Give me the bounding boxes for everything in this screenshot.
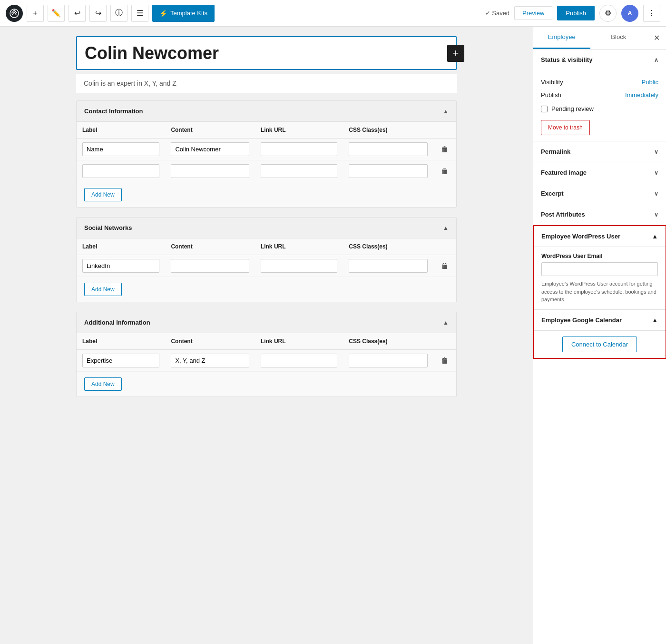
post-attributes-header[interactable]: Post Attributes ∨ xyxy=(533,204,666,225)
additional-row1-link[interactable] xyxy=(261,354,337,367)
trash-button[interactable]: Move to trash xyxy=(541,120,590,135)
employee-wp-user-description: Employee's WordPress User account for ge… xyxy=(541,280,658,304)
additional-add-new-button[interactable]: Add New xyxy=(84,377,122,391)
social-section-chevron[interactable]: ▲ xyxy=(443,225,449,231)
contact-row1-content[interactable] xyxy=(171,142,249,156)
additional-row1-delete[interactable]: 🗑 xyxy=(439,355,451,367)
employee-google-calendar-title: Employee Google Calendar xyxy=(541,317,622,324)
tab-block[interactable]: Block xyxy=(590,27,647,49)
employee-wp-user-body: WordPress User Email Employee's WordPres… xyxy=(534,247,666,309)
status-visibility-accordion: Status & visibility ∧ Visibility Public … xyxy=(533,50,666,141)
social-add-new-button[interactable]: Add New xyxy=(84,283,122,296)
contact-table-header-row: Label Content Link URL CSS Class(es) xyxy=(77,122,456,139)
permalink-header[interactable]: Permalink ∨ xyxy=(533,141,666,162)
wordpress-user-email-input[interactable] xyxy=(541,262,658,276)
avatar-button[interactable]: A xyxy=(621,5,638,22)
additional-row1-label[interactable] xyxy=(82,354,159,367)
social-row1-css[interactable] xyxy=(349,259,428,273)
pending-checkbox[interactable] xyxy=(541,106,548,112)
contact-row1-delete[interactable]: 🗑 xyxy=(439,143,451,156)
settings-button[interactable]: ⚙ xyxy=(599,5,617,22)
redo-button[interactable]: ↪ xyxy=(89,5,107,22)
post-attributes-title: Post Attributes xyxy=(541,211,585,218)
status-visibility-title: Status & visibility xyxy=(541,56,592,63)
social-col-content: Content xyxy=(165,238,255,255)
social-col-css: CSS Class(es) xyxy=(343,238,433,255)
contact-row1-label[interactable] xyxy=(82,142,159,156)
contact-row2-link[interactable] xyxy=(261,164,337,178)
social-row1-link[interactable] xyxy=(261,259,337,273)
employee-google-calendar-chevron: ▲ xyxy=(652,317,658,324)
toolbar: + ✏️ ↩ ↪ ⓘ ☰ ⚡ Template Kits ✓ Saved Pre… xyxy=(0,0,666,27)
add-block-inline-button[interactable]: + xyxy=(447,45,464,62)
social-table: Label Content Link URL CSS Class(es) xyxy=(77,238,456,277)
info-button[interactable]: ⓘ xyxy=(110,5,127,22)
post-attributes-chevron: ∨ xyxy=(654,211,658,218)
featured-image-header[interactable]: Featured image ∨ xyxy=(533,162,666,183)
tab-employee[interactable]: Employee xyxy=(533,27,590,49)
wp-logo xyxy=(6,5,23,22)
contact-row2-css[interactable] xyxy=(349,164,428,178)
contact-row2-content[interactable] xyxy=(171,164,249,178)
excerpt-header[interactable]: Excerpt ∨ xyxy=(533,183,666,204)
contact-row2-delete[interactable]: 🗑 xyxy=(439,165,451,178)
contact-row1-link[interactable] xyxy=(261,142,337,156)
employee-wp-user-header[interactable]: Employee WordPress User ▲ xyxy=(534,226,666,247)
post-subtitle[interactable]: Colin is an expert in X, Y, and Z xyxy=(84,79,449,87)
excerpt-accordion: Excerpt ∨ xyxy=(533,183,666,204)
publish-value[interactable]: Immediately xyxy=(625,91,658,99)
contact-row2-label[interactable] xyxy=(82,164,159,178)
undo-button[interactable]: ↩ xyxy=(69,5,86,22)
title-block: Colin Newcomer + xyxy=(76,36,457,70)
highlighted-employee-sections: Employee WordPress User ▲ WordPress User… xyxy=(533,225,666,359)
additional-section-chevron[interactable]: ▲ xyxy=(443,319,449,326)
visibility-row: Visibility Public xyxy=(541,76,658,89)
visibility-label: Visibility xyxy=(541,79,563,86)
publish-label: Publish xyxy=(541,91,561,99)
additional-row1-css[interactable] xyxy=(349,354,428,367)
tools-button[interactable]: ✏️ xyxy=(48,5,65,22)
contact-col-css: CSS Class(es) xyxy=(343,122,433,139)
employee-wp-user-chevron: ▲ xyxy=(652,233,658,240)
connect-to-calendar-button[interactable]: Connect to Calendar xyxy=(562,337,637,352)
more-options-button[interactable]: ⋮ xyxy=(643,5,660,22)
add-block-button[interactable]: + xyxy=(27,5,44,22)
social-table-header-row: Label Content Link URL CSS Class(es) xyxy=(77,238,456,255)
status-visibility-chevron: ∧ xyxy=(654,57,658,63)
table-row: 🗑 xyxy=(77,160,456,182)
employee-google-calendar-header[interactable]: Employee Google Calendar ▲ xyxy=(534,310,666,331)
additional-row1-content[interactable] xyxy=(171,354,249,367)
employee-google-calendar-body: Connect to Calendar xyxy=(534,331,666,358)
featured-image-title: Featured image xyxy=(541,169,587,176)
table-row: 🗑 xyxy=(77,350,456,372)
post-title[interactable]: Colin Newcomer xyxy=(85,43,448,63)
contact-table: Label Content Link URL CSS Class(es) xyxy=(77,122,456,182)
contact-add-new-button[interactable]: Add New xyxy=(84,188,122,201)
post-attributes-accordion: Post Attributes ∨ xyxy=(533,204,666,225)
publish-button[interactable]: Publish xyxy=(557,6,595,20)
contact-row1-css[interactable] xyxy=(349,142,428,156)
additional-col-label: Label xyxy=(77,333,165,350)
social-section-title: Social Networks xyxy=(84,224,132,231)
status-visibility-header[interactable]: Status & visibility ∧ xyxy=(533,50,666,70)
social-row1-label[interactable] xyxy=(82,259,159,273)
template-kits-button[interactable]: ⚡ Template Kits xyxy=(152,5,215,22)
social-col-label: Label xyxy=(77,238,165,255)
list-view-button[interactable]: ☰ xyxy=(131,5,148,22)
sidebar-close-button[interactable]: ✕ xyxy=(647,27,666,49)
social-row1-content[interactable] xyxy=(171,259,249,273)
permalink-title: Permalink xyxy=(541,148,570,155)
contact-section-chevron[interactable]: ▲ xyxy=(443,108,449,115)
contact-col-content: Content xyxy=(165,122,255,139)
pending-row: Pending review xyxy=(541,101,658,116)
employee-wp-user-title: Employee WordPress User xyxy=(541,233,620,240)
additional-col-link: Link URL xyxy=(255,333,343,350)
visibility-value[interactable]: Public xyxy=(642,79,658,86)
featured-image-chevron: ∨ xyxy=(654,169,658,176)
social-row1-delete[interactable]: 🗑 xyxy=(439,260,451,272)
sidebar: Employee Block ✕ Status & visibility ∧ V… xyxy=(533,27,666,644)
subtitle-block: Colin is an expert in X, Y, and Z xyxy=(76,74,457,93)
preview-button[interactable]: Preview xyxy=(514,6,552,20)
excerpt-chevron: ∨ xyxy=(654,190,658,197)
additional-section-title: Additional Information xyxy=(84,319,150,326)
